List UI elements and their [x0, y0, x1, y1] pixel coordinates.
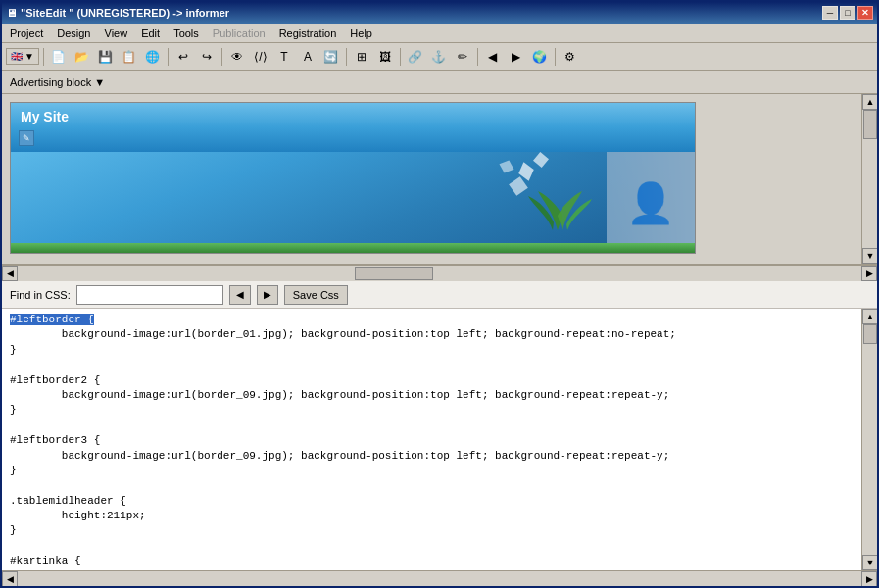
globe-button[interactable]: 🌍 [529, 46, 551, 68]
preview-container: My Site ✎ [2, 94, 877, 264]
menu-registration[interactable]: Registration [273, 25, 343, 41]
css-line-blank4 [10, 539, 854, 554]
left-button[interactable]: ◀ [482, 46, 504, 68]
css-line-blank2 [10, 418, 854, 433]
css-line-close4: } [10, 523, 854, 538]
css-scroll-thumb[interactable] [863, 324, 877, 344]
preview-area: My Site ✎ [2, 94, 877, 266]
edit-overlay-icon[interactable]: ✎ [19, 130, 34, 146]
scroll-up-btn[interactable]: ▲ [862, 94, 878, 110]
scroll-thumb[interactable] [863, 110, 877, 139]
preview-header: My Site ✎ [11, 103, 695, 152]
css-line-blank1 [10, 358, 854, 372]
toolbar: 🇬🇧 ▼ 📄 📂 💾 📋 🌐 ↩ ↪ 👁 ⟨/⟩ T A 🔄 ⊞ 🖼 🔗 ⚓ ✏… [2, 43, 877, 71]
svg-marker-3 [499, 158, 516, 176]
title-bar: 🖥 "SiteEdit " (UNREGISTERED) -> informer… [2, 2, 877, 24]
refresh-button[interactable]: 🔄 [320, 46, 342, 68]
right-button[interactable]: ▶ [506, 46, 527, 68]
preview-frame: My Site ✎ [10, 102, 696, 254]
scroll-down-btn[interactable]: ▼ [862, 248, 878, 264]
menu-publication[interactable]: Publication [207, 25, 271, 41]
link-button[interactable]: 🔗 [405, 46, 426, 68]
separator-6 [477, 48, 478, 66]
css-scroll-left[interactable]: ◀ [2, 571, 18, 587]
window-title: "SiteEdit " (UNREGISTERED) -> informer [21, 7, 229, 19]
person-silhouette: 👤 [607, 152, 695, 254]
css-selected-text: #leftborder { [10, 314, 94, 325]
preview-scrollbar-h[interactable]: ◀ ▶ [2, 266, 877, 281]
anchor-button[interactable]: ⚓ [428, 46, 450, 68]
css-line-prop1: background-image:url(border_01.jpg); bac… [10, 327, 854, 342]
table-button[interactable]: ⊞ [351, 46, 372, 68]
maximize-button[interactable]: □ [840, 6, 855, 20]
image-button[interactable]: 🖼 [374, 46, 396, 68]
separator-1 [43, 48, 44, 66]
redo-button[interactable]: ↪ [196, 46, 218, 68]
save-css-button[interactable]: Save Css [284, 285, 348, 305]
site-title-display: My Site [11, 103, 695, 130]
adblock-bar: Advertising block ▼ [2, 71, 877, 94]
css-line-close2: } [10, 403, 854, 417]
css-line-sel2: #leftborder2 { [10, 373, 854, 388]
css-scrollbar-v[interactable]: ▲ ▼ [861, 309, 877, 570]
separator-4 [346, 48, 347, 66]
css-line-blank3 [10, 478, 854, 493]
text-button[interactable]: T [273, 46, 295, 68]
css-line-close3: } [10, 464, 854, 478]
css-line-prop3: background-image:url(border_09.jpg); bac… [10, 449, 854, 464]
find-next-btn[interactable]: ▶ [257, 285, 278, 305]
menu-help[interactable]: Help [344, 25, 378, 41]
minimize-button[interactable]: ─ [822, 6, 838, 20]
green-bottom-bar [11, 243, 695, 254]
menu-design[interactable]: Design [51, 25, 96, 41]
scroll-h-track [18, 266, 861, 281]
menu-edit[interactable]: Edit [135, 25, 166, 41]
copy-button[interactable]: 📋 [119, 46, 140, 68]
css-scroll-down[interactable]: ▼ [862, 555, 877, 570]
css-content-area: #leftborder { background-image:url(borde… [2, 309, 877, 570]
flag-label: ▼ [24, 51, 34, 62]
close-button[interactable]: ✕ [857, 6, 873, 20]
preview-scrollbar-v[interactable]: ▲ ▼ [861, 94, 877, 264]
scroll-h-thumb[interactable] [355, 267, 433, 280]
css-scroll-right[interactable]: ▶ [861, 571, 877, 587]
separator-5 [400, 48, 401, 66]
deco-plant-svg [499, 152, 616, 240]
css-line-sel3: #leftborder3 { [10, 433, 854, 448]
css-line-close1: } [10, 343, 854, 358]
css-editor[interactable]: #leftborder { background-image:url(borde… [2, 309, 861, 570]
menu-project[interactable]: Project [4, 25, 49, 41]
open-button[interactable]: 📂 [72, 46, 93, 68]
new-button[interactable]: 📄 [48, 46, 70, 68]
preview-button[interactable]: 👁 [226, 46, 248, 68]
font-button[interactable]: A [297, 46, 318, 68]
separator-2 [168, 48, 169, 66]
css-scroll-up[interactable]: ▲ [862, 309, 877, 324]
css-line-sel1: #leftborder { [10, 313, 854, 327]
title-bar-left: 🖥 "SiteEdit " (UNREGISTERED) -> informer [6, 7, 229, 19]
publish-button[interactable]: 🌐 [142, 46, 164, 68]
find-prev-btn[interactable]: ◀ [229, 285, 251, 305]
scroll-track [862, 110, 877, 248]
menu-tools[interactable]: Tools [168, 25, 205, 41]
undo-button[interactable]: ↩ [172, 46, 194, 68]
find-label: Find in CSS: [10, 289, 71, 301]
find-input[interactable] [76, 285, 223, 305]
code-button[interactable]: ⟨/⟩ [250, 46, 271, 68]
css-section: Find in CSS: ◀ ▶ Save Css #leftborder { … [2, 281, 877, 586]
app-icon: 🖥 [6, 7, 17, 19]
scroll-right-btn[interactable]: ▶ [861, 266, 877, 281]
menu-bar: Project Design View Edit Tools Publicati… [2, 24, 877, 43]
preview-body: 👤 [11, 152, 695, 254]
language-selector[interactable]: 🇬🇧 ▼ [6, 48, 39, 65]
edit2-button[interactable]: ✏ [452, 46, 473, 68]
menu-view[interactable]: View [99, 25, 134, 41]
css-scrollbar-h[interactable]: ◀ ▶ [2, 570, 877, 586]
extra-button[interactable]: ⚙ [560, 46, 581, 68]
scroll-left-btn[interactable]: ◀ [2, 266, 18, 281]
css-line-sel5: #kartinka { [10, 554, 854, 568]
save-button[interactable]: 💾 [95, 46, 117, 68]
css-scroll-track [862, 324, 877, 555]
adblock-selector[interactable]: Advertising block ▼ [10, 76, 105, 88]
css-line-sel4: .tablemidlheader { [10, 494, 854, 509]
